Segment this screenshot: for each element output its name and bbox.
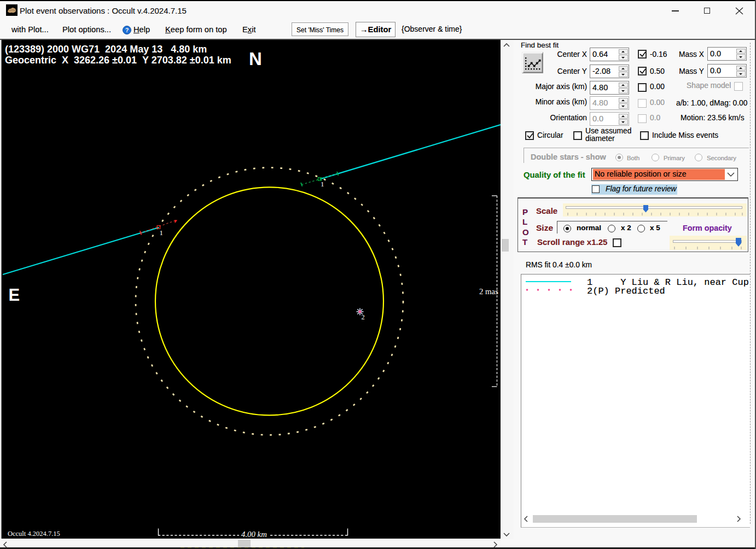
svg-text:4.00 km: 4.00 km — [241, 530, 267, 539]
svg-text:N: N — [249, 49, 262, 69]
svg-text:Occult 4.2024.7.15: Occult 4.2024.7.15 — [8, 530, 60, 538]
svg-text:E: E — [9, 285, 20, 305]
svg-text:2: 2 — [362, 313, 365, 321]
svg-text:1: 1 — [321, 180, 324, 188]
svg-text:(123389) 2000 WG71 2024 May 1: (123389) 2000 WG71 2024 May 13 4.80 km — [5, 44, 207, 55]
svg-text:Geocentric X 3262.26 ±0.01: Geocentric X 3262.26 ±0.01 Y 2703.82 ±0.… — [5, 55, 231, 66]
svg-text:1: 1 — [160, 229, 164, 237]
svg-text:2 mas: 2 mas — [479, 287, 498, 296]
